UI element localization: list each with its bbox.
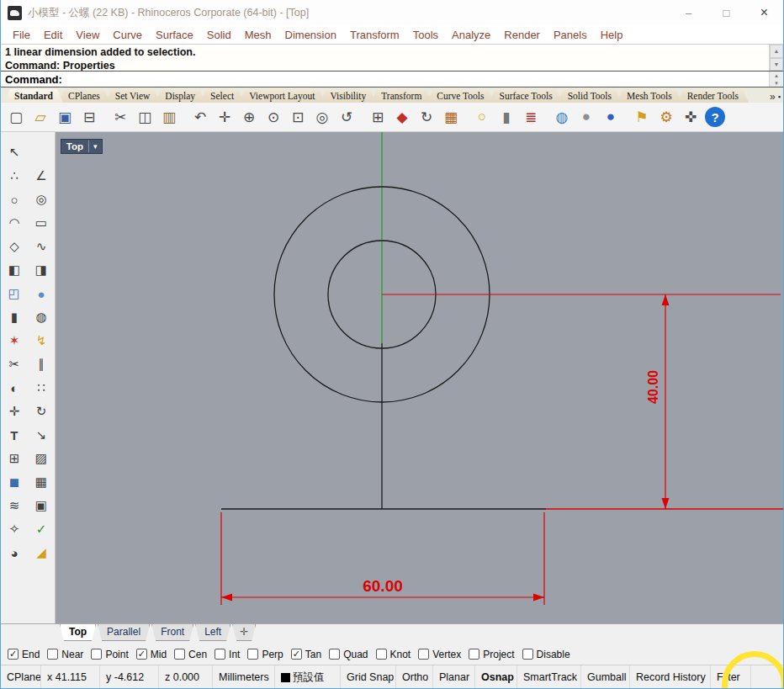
polyline-icon[interactable]: ∠ [30, 166, 52, 186]
vertical-dimension[interactable]: 40.00 [382, 294, 781, 509]
checkbox[interactable] [247, 649, 258, 660]
osnap-point[interactable]: Point [91, 649, 128, 660]
zoom-dynamic-icon[interactable]: ⊙ [263, 107, 283, 127]
rotate-view-icon[interactable]: ↻ [416, 107, 437, 127]
control-points-icon[interactable]: ∴ [3, 166, 25, 186]
tab-select[interactable]: Select [200, 89, 244, 103]
viewport-top[interactable]: Top ▾ 40.00 [56, 132, 783, 623]
zoom-extents-icon[interactable]: ⊕ [239, 107, 259, 127]
status-record-history[interactable]: Record History [630, 665, 711, 689]
checkbox-checked[interactable]: ✓ [136, 649, 147, 660]
vertical-dimension-label[interactable]: 40.00 [646, 370, 660, 404]
undo-view-icon[interactable]: ↺ [336, 107, 357, 127]
trim-icon[interactable]: ✂ [3, 354, 25, 374]
checkbox[interactable] [418, 649, 429, 660]
sphere-icon[interactable]: ● [30, 284, 52, 304]
tab-overflow-icon[interactable]: » [770, 91, 776, 103]
status-ortho[interactable]: Ortho [396, 665, 433, 689]
split-icon[interactable]: ∥ [30, 354, 52, 374]
cylinder-icon[interactable]: ▮ [3, 307, 25, 327]
status-osnap[interactable]: Osnap [475, 665, 517, 689]
horizontal-dimension[interactable]: 60.00 [221, 512, 544, 605]
close-button[interactable]: × [745, 0, 783, 25]
viewport-layout-icon[interactable]: ⊞ [368, 107, 388, 127]
checkbox[interactable] [469, 649, 479, 660]
torus-icon[interactable]: ◍ [30, 307, 52, 327]
menu-transform[interactable]: Transform [343, 29, 406, 41]
osnap-int[interactable]: Int [215, 649, 240, 660]
status-gumball[interactable]: Gumball [581, 665, 630, 689]
cut-icon[interactable]: ✂ [110, 107, 130, 127]
spotlight-icon[interactable]: ○ [472, 107, 492, 127]
add-viewport-tab-icon[interactable]: ✛ [232, 624, 256, 641]
ellipse-icon[interactable]: ◎ [30, 189, 52, 209]
shaded-box-icon[interactable]: ◼ [3, 472, 25, 492]
print-icon[interactable]: ⊟ [79, 107, 99, 127]
box-icon[interactable]: ◰ [3, 284, 25, 304]
osnap-vertex[interactable]: Vertex [418, 649, 461, 660]
viewport-title[interactable]: Top ▾ [61, 139, 103, 154]
array-icon[interactable]: ⊞ [3, 448, 25, 469]
pan-icon[interactable]: ✛ [215, 107, 235, 127]
copy-icon[interactable]: ◫ [135, 107, 155, 127]
app-icon[interactable] [8, 6, 22, 20]
undo-icon[interactable]: ↶ [190, 107, 210, 127]
help-icon[interactable]: ? [705, 107, 725, 127]
menu-surface[interactable]: Surface [149, 29, 200, 41]
status-planar[interactable]: Planar [433, 665, 475, 689]
tab-visibility[interactable]: Visibility [320, 89, 376, 103]
rendered-viewport-icon[interactable]: ● [601, 107, 621, 127]
menu-analyze[interactable]: Analyze [445, 29, 497, 41]
wireframe-icon[interactable]: ▦ [30, 472, 52, 492]
tab-cplanes[interactable]: CPlanes [58, 89, 110, 103]
menu-view[interactable]: View [69, 29, 106, 41]
surface-icon[interactable]: ◧ [3, 260, 25, 280]
osnap-tan[interactable]: ✓Tan [291, 649, 321, 660]
osnap-knot[interactable]: Knot [376, 649, 411, 660]
checkbox[interactable] [329, 649, 340, 660]
viewport-tab-front[interactable]: Front [151, 624, 193, 641]
menu-help[interactable]: Help [594, 29, 630, 41]
circle-icon[interactable]: ○ [3, 189, 25, 209]
checkbox[interactable] [215, 649, 225, 660]
curve-icon[interactable]: ∿ [30, 236, 52, 257]
horizontal-dimension-label[interactable]: 60.00 [363, 577, 403, 595]
spin-down-icon[interactable]: ▼ [770, 79, 783, 87]
viewport-title-label[interactable]: Top [61, 140, 88, 153]
menu-edit[interactable]: Edit [37, 29, 69, 41]
status-smarttrack[interactable]: SmartTrack [517, 665, 581, 689]
leader-icon[interactable]: ↘ [30, 425, 52, 445]
command-input[interactable]: Command: [1, 73, 769, 86]
checkbox-checked[interactable]: ✓ [8, 649, 19, 660]
named-views-icon[interactable]: ◆ [392, 107, 412, 127]
menu-tools[interactable]: Tools [406, 29, 445, 41]
sphere-shade-icon[interactable]: ◕ [3, 543, 25, 563]
lock-icon[interactable]: ▮ [496, 107, 516, 127]
extract-icon[interactable]: ↯ [30, 331, 52, 351]
tab-surface-tools[interactable]: Surface Tools [490, 89, 563, 103]
text-icon[interactable]: T [3, 425, 25, 445]
tab-viewport-layout[interactable]: Viewport Layout [239, 89, 325, 103]
boolean-icon[interactable]: ◐ [3, 378, 25, 398]
menu-render[interactable]: Render [497, 29, 547, 41]
arc-icon[interactable]: ◠ [3, 213, 25, 233]
tab-standard[interactable]: Standard [4, 89, 63, 103]
osnap-project[interactable]: Project [469, 649, 514, 660]
spin-up-icon[interactable]: ▲ [770, 72, 783, 79]
command-spinner[interactable]: ▲ ▼ [769, 72, 783, 87]
minimize-button[interactable]: – [670, 0, 707, 25]
point-edit-icon[interactable]: ✧ [3, 519, 25, 539]
menu-curve[interactable]: Curve [106, 29, 149, 41]
zoom-window-icon[interactable]: ⊡ [288, 107, 308, 127]
options-icon[interactable]: ⚙ [656, 107, 676, 127]
osnap-perp[interactable]: Perp [247, 649, 283, 660]
set-cplane-icon[interactable]: ▦ [441, 107, 461, 127]
rotate-icon[interactable]: ↻ [30, 401, 52, 421]
move-icon[interactable]: ✛ [3, 401, 25, 421]
block-icon[interactable]: ▣ [30, 496, 52, 516]
new-file-icon[interactable]: ▢ [6, 107, 26, 127]
viewport-tab-parallel[interactable]: Parallel [98, 624, 150, 641]
tab-solid-tools[interactable]: Solid Tools [558, 89, 622, 103]
menu-solid[interactable]: Solid [200, 29, 238, 41]
viewport-tab-top[interactable]: Top [60, 624, 96, 641]
